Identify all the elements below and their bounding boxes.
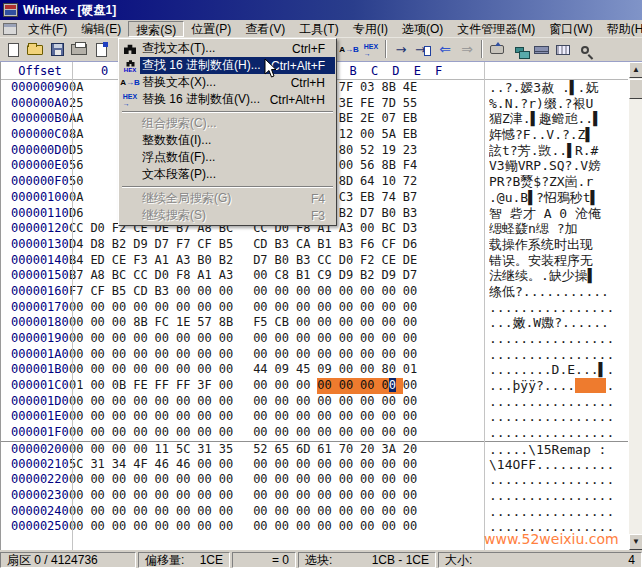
hex-byte[interactable]: 00 (381, 284, 402, 300)
hex-byte[interactable]: 00 (360, 472, 381, 488)
hex-byte[interactable]: 00 (133, 362, 154, 378)
hex-byte[interactable]: 00 (275, 488, 296, 504)
hex-byte[interactable]: 00 (176, 331, 197, 347)
hex-byte[interactable]: 00 (381, 457, 402, 473)
row-text[interactable]: 绦低?........... (489, 284, 628, 300)
hex-byte[interactable]: 00 (155, 519, 176, 535)
hex-byte[interactable]: C3 (339, 190, 360, 206)
row-text[interactable]: 缌蛏鼗n缌 ?加 (489, 221, 628, 237)
menu-item[interactable]: 查找文本(T)...Ctrl+F (120, 40, 335, 57)
hex-byte[interactable]: 00 (133, 347, 154, 363)
hex-byte[interactable]: 00 (112, 315, 133, 331)
hex-byte[interactable]: D7 (155, 237, 176, 253)
hex-byte[interactable]: 00 (296, 378, 317, 394)
write-disk-icon[interactable] (486, 40, 508, 60)
hex-byte[interactable]: 00 (275, 331, 296, 347)
hex-byte[interactable]: 00 (155, 504, 176, 520)
hex-byte[interactable]: 00 (360, 425, 381, 441)
hex-row[interactable]: 0000019000000000000000000000000000000000… (1, 331, 628, 347)
hex-byte[interactable]: 72 (403, 174, 424, 190)
hex-byte[interactable]: 00 (317, 488, 338, 504)
hex-byte[interactable]: 00 (253, 472, 274, 488)
row-text[interactable]: ...þÿÿ?......... (489, 378, 628, 394)
hex-byte[interactable]: 00 (381, 394, 402, 410)
hex-byte[interactable]: 00 (381, 425, 402, 441)
hex-byte[interactable]: 00 (339, 300, 360, 316)
hex-byte[interactable]: 74 (381, 190, 402, 206)
hex-byte[interactable]: FC (155, 315, 176, 331)
hex-byte[interactable]: 00 (403, 394, 424, 410)
row-text[interactable]: 法继续。.缺少操▌ (489, 268, 628, 284)
hex-byte[interactable]: B3 (155, 284, 176, 300)
hex-byte[interactable]: 64 (360, 174, 381, 190)
hex-byte[interactable]: 00 (339, 488, 360, 504)
hex-byte[interactable]: 00 (133, 519, 154, 535)
hex-byte[interactable]: 00 (317, 409, 338, 425)
hex-byte[interactable]: 5C (176, 442, 197, 458)
search-glass-icon[interactable] (574, 40, 596, 60)
hex-byte[interactable]: 1E (176, 315, 197, 331)
hex-byte[interactable]: B2 (112, 237, 133, 253)
hex-byte[interactable]: 00 (360, 331, 381, 347)
hex-byte[interactable]: 00 (275, 394, 296, 410)
hex-byte[interactable]: 01 (403, 362, 424, 378)
hex-byte[interactable]: CF (381, 237, 402, 253)
hex-byte[interactable]: 00 (381, 488, 402, 504)
menubar-item[interactable]: 窗口(W) (542, 21, 599, 37)
hex-byte[interactable]: 00 (176, 472, 197, 488)
hex-byte[interactable]: CF (197, 237, 218, 253)
hex-byte[interactable]: 35 (219, 442, 240, 458)
hex-byte[interactable]: 00 (133, 488, 154, 504)
hex-byte[interactable]: B2 (339, 206, 360, 222)
hex-byte[interactable]: 12 (339, 127, 360, 143)
hex-byte[interactable]: 00 (381, 347, 402, 363)
hex-byte[interactable]: 00 (90, 519, 111, 535)
hex-byte[interactable]: 00 (90, 331, 111, 347)
hex-byte[interactable]: 00 (197, 284, 218, 300)
hex-row[interactable]: 0000024000000000000000000000000000000000… (1, 504, 628, 520)
row-text[interactable]: ..?.嫒3赦 .▌.妩 (489, 80, 628, 96)
hex-byte[interactable]: F2 (360, 253, 381, 269)
hex-byte[interactable]: 46 (176, 457, 197, 473)
hex-byte[interactable]: 00 (403, 378, 424, 394)
hex-row[interactable]: 000001B000000000000000004409450900008001… (1, 362, 628, 378)
hex-byte[interactable]: 00 (133, 472, 154, 488)
hex-byte[interactable]: 5A (381, 127, 402, 143)
hex-byte[interactable]: 55 (403, 96, 424, 112)
hex-byte[interactable]: 00 (381, 504, 402, 520)
row-text[interactable]: %.N.?r)缀.?裉U (489, 96, 628, 112)
hex-byte[interactable]: 4F (133, 457, 154, 473)
hex-byte[interactable]: 00 (112, 442, 133, 458)
hex-byte[interactable]: 00 (112, 362, 133, 378)
hex-byte[interactable]: 00 (197, 409, 218, 425)
hex-byte[interactable]: D7 (403, 268, 424, 284)
hex-byte[interactable]: 00 (112, 504, 133, 520)
row-text[interactable]: ................ (489, 331, 628, 347)
hex-byte[interactable]: 00 (219, 362, 240, 378)
hex-byte[interactable]: 00 (360, 457, 381, 473)
calculator-icon[interactable] (552, 40, 574, 60)
hex-byte[interactable]: 00 (197, 300, 218, 316)
menu-item[interactable]: 继续搜索(S)F3 (120, 207, 335, 224)
hex-byte[interactable]: 00 (197, 347, 218, 363)
hex-byte[interactable]: 00 (133, 442, 154, 458)
hex-byte[interactable]: 57 (197, 315, 218, 331)
properties-icon[interactable] (90, 40, 112, 60)
hex-byte[interactable]: 00 (176, 394, 197, 410)
row-text[interactable]: ................ (489, 472, 628, 488)
hex-byte[interactable]: 00 (253, 394, 274, 410)
ram-icon[interactable] (530, 40, 552, 60)
hex-byte[interactable]: 00 (155, 488, 176, 504)
hex-byte[interactable]: 46 (155, 457, 176, 473)
hex-byte[interactable]: 00 (133, 394, 154, 410)
hex-row[interactable]: 00000160F7CFB5CDB30000000000000000000000… (1, 284, 628, 300)
hex-byte[interactable]: 00 (317, 315, 338, 331)
hex-byte[interactable]: 00 (339, 331, 360, 347)
hex-byte[interactable]: 00 (381, 315, 402, 331)
hex-byte[interactable]: 00 (403, 284, 424, 300)
hex-byte[interactable]: 00 (197, 331, 218, 347)
hex-byte[interactable]: 00 (275, 519, 296, 535)
hex-row[interactable]: 000001C001000BFEFFFF3F000000000000000000… (1, 378, 628, 394)
row-text[interactable]: .@u.B▌?怊鴉秒t▌ (489, 190, 628, 206)
hex-byte[interactable]: 00 (317, 504, 338, 520)
